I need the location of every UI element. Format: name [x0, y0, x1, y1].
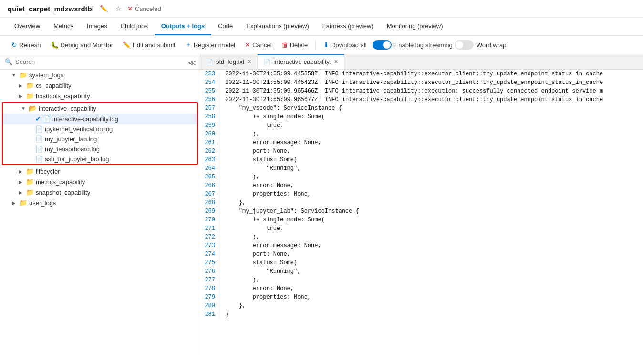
chevron-right-icon: ▶	[17, 83, 24, 88]
download-all-button[interactable]: ⬇ Download all	[320, 39, 370, 51]
tree-item-my-tensorboard[interactable]: 📄 my_tensorboard.log	[3, 144, 197, 154]
tab-explanations[interactable]: Explanations (preview)	[239, 18, 316, 35]
tab-metrics[interactable]: Metrics	[47, 18, 80, 35]
code-line: 263 status: Some(	[200, 156, 643, 164]
search-input[interactable]	[15, 58, 195, 65]
tree-item-lifecycler[interactable]: ▶ 📁 lifecycler	[0, 166, 200, 177]
word-wrap-toggle[interactable]	[455, 40, 474, 50]
tab-code[interactable]: Code	[211, 18, 239, 35]
nav-tabs: Overview Metrics Images Child jobs Outpu…	[0, 18, 643, 36]
close-tab-icon[interactable]: ✕	[247, 59, 251, 65]
code-line: 276 "Running",	[200, 267, 643, 276]
tree-item-label: ipykernel_verification.log	[45, 125, 193, 133]
chevron-right-icon: ▶	[10, 200, 17, 206]
tab-images[interactable]: Images	[80, 18, 114, 35]
debug-monitor-button[interactable]: 🐛 Debug and Monitor	[47, 39, 117, 51]
code-line: 2542022-11-30T21:55:09.445423Z INFO inte…	[200, 78, 643, 87]
refresh-button[interactable]: ↻ Refresh	[8, 39, 45, 51]
tree-item-label: ssh_for_jupyter_lab.log	[45, 156, 193, 163]
tree-item-cs-capability[interactable]: ▶ 📁 cs_capability	[0, 80, 200, 91]
line-content: ),	[219, 233, 265, 241]
line-number: 271	[200, 224, 219, 233]
file-icon: 📄	[35, 125, 43, 133]
code-line: 265 ),	[200, 173, 643, 181]
line-content: ),	[219, 130, 265, 138]
line-content: 2022-11-30T21:55:09.965677Z INFO interac…	[219, 95, 609, 104]
line-number: 277	[200, 276, 219, 284]
tab-overview[interactable]: Overview	[8, 18, 47, 35]
tab-child-jobs[interactable]: Child jobs	[114, 18, 155, 35]
chevron-down-icon: ▼	[10, 73, 17, 78]
tree-item-label: interactive_capability	[39, 105, 193, 112]
tree-item-hosttools-capability[interactable]: ▶ 📁 hosttools_capability	[0, 91, 200, 101]
line-content: "my_jupyter_lab": ServiceInstance {	[219, 207, 365, 216]
chevron-right-icon: ▶	[17, 190, 24, 195]
selected-check-icon: ✔	[35, 115, 41, 123]
tree-item-snapshot-capability[interactable]: ▶ 📁 snapshot_capability	[0, 187, 200, 198]
line-number: 254	[200, 78, 219, 87]
tree-item-user-logs[interactable]: ▶ 📁 user_logs	[0, 198, 200, 208]
toggle-knob	[383, 41, 391, 49]
line-content: "my_vscode": ServiceInstance {	[219, 104, 348, 113]
debug-monitor-label: Debug and Monitor	[61, 42, 114, 49]
code-line: 266 error: None,	[200, 181, 643, 190]
folder-icon: 📁	[26, 178, 34, 186]
plus-icon: ＋	[185, 41, 192, 49]
file-icon: 📄	[35, 156, 43, 163]
file-tab-label: std_log.txt	[216, 58, 244, 65]
register-model-button[interactable]: ＋ Register model	[181, 39, 239, 51]
tree-item-system-logs[interactable]: ▼ 📁 system_logs	[0, 70, 200, 80]
tree-item-my-jupyter-lab[interactable]: 📄 my_jupyter_lab.log	[3, 134, 197, 144]
line-number: 276	[200, 267, 219, 276]
code-line: 2552022-11-30T21:55:09.965466Z INFO inte…	[200, 87, 643, 95]
line-content: 2022-11-30T21:55:09.445423Z INFO interac…	[219, 78, 609, 87]
edit-title-button[interactable]: ✏️	[98, 4, 110, 13]
file-icon: 📄	[35, 135, 43, 143]
line-number: 263	[200, 156, 219, 164]
tree-item-ipykernel-verification[interactable]: 📄 ipykernel_verification.log	[3, 124, 197, 134]
line-content: },	[219, 198, 251, 207]
file-tab-interactive-capability[interactable]: 📄 interactive-capability. ✕	[258, 54, 344, 69]
code-line: 273 error_message: None,	[200, 241, 643, 250]
line-number: 267	[200, 190, 219, 198]
line-number: 269	[200, 207, 219, 216]
tree-item-label: hosttools_capability	[36, 93, 196, 100]
interactive-capability-highlight: ▼ 📂 interactive_capability ✔ 📄 interacti…	[2, 102, 198, 165]
code-view[interactable]: 2532022-11-30T21:55:09.445358Z INFO inte…	[200, 70, 643, 355]
collapse-sidebar-button[interactable]: ≪	[188, 58, 196, 67]
edit-submit-label: Edit and submit	[133, 42, 176, 49]
tab-outputs-logs[interactable]: Outputs + logs	[155, 18, 211, 35]
enable-log-streaming-toggle[interactable]	[373, 40, 392, 50]
tab-monitoring[interactable]: Monitoring (preview)	[380, 18, 450, 35]
line-number: 265	[200, 173, 219, 181]
register-model-label: Register model	[194, 42, 235, 49]
cancel-button[interactable]: ✕ Cancel	[241, 39, 275, 51]
line-number: 260	[200, 130, 219, 138]
tree-item-interactive-capability[interactable]: ▼ 📂 interactive_capability	[3, 103, 197, 114]
file-tab-std-log[interactable]: 📄 std_log.txt ✕	[200, 54, 258, 69]
line-number: 273	[200, 241, 219, 250]
folder-icon: 📁	[19, 199, 27, 207]
file-tab-icon: 📄	[263, 59, 270, 65]
delete-button[interactable]: 🗑 Delete	[278, 39, 312, 51]
refresh-label: Refresh	[19, 42, 41, 49]
tree-item-interactive-capability-log[interactable]: ✔ 📄 interactive-capability.log	[3, 114, 197, 124]
line-content: error: None,	[219, 284, 300, 293]
chevron-down-icon: ▼	[20, 106, 27, 111]
line-number: 268	[200, 198, 219, 207]
tab-fairness[interactable]: Fairness (preview)	[316, 18, 380, 35]
file-icon: 📄	[43, 115, 51, 123]
tree-item-ssh-jupyter-lab[interactable]: 📄 ssh_for_jupyter_lab.log	[3, 154, 197, 164]
folder-icon: 📁	[19, 71, 27, 79]
close-tab-icon[interactable]: ✕	[334, 59, 338, 65]
edit-icon: ✏️	[123, 41, 131, 49]
toolbar: ↻ Refresh 🐛 Debug and Monitor ✏️ Edit an…	[0, 36, 643, 54]
tree-item-label: my_jupyter_lab.log	[45, 135, 193, 143]
line-content: properties: None,	[219, 190, 317, 198]
line-number: 278	[200, 284, 219, 293]
folder-icon: 📁	[26, 167, 34, 175]
tree-item-label: metrics_capability	[36, 178, 196, 186]
favorite-button[interactable]: ☆	[114, 4, 124, 13]
tree-item-metrics-capability[interactable]: ▶ 📁 metrics_capability	[0, 177, 200, 187]
edit-submit-button[interactable]: ✏️ Edit and submit	[119, 39, 179, 51]
